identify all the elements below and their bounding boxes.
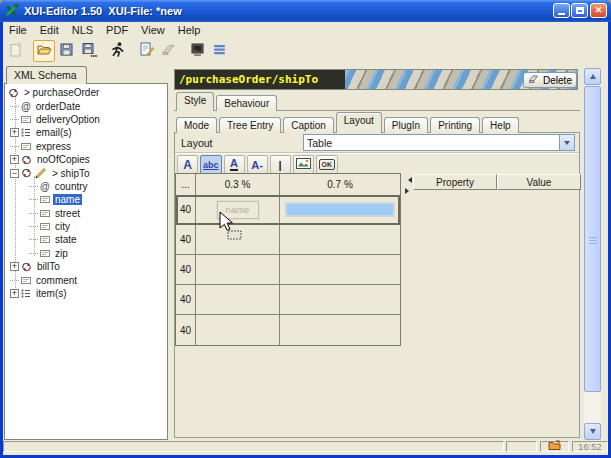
scrollbar-thumb[interactable] (584, 86, 601, 392)
maximize-button[interactable] (571, 3, 588, 18)
tree-item-label: orderDate (34, 101, 82, 112)
tab-style[interactable]: Style (176, 92, 214, 111)
tree-item-country[interactable]: @country (5, 180, 167, 193)
tree-item-deliveryoption[interactable]: deliveryOption (5, 113, 167, 126)
close-button[interactable]: ✕ (590, 3, 607, 18)
scroll-down-button[interactable] (584, 423, 601, 440)
grid-cell[interactable] (280, 195, 400, 225)
grid-corner-button[interactable]: ... (176, 174, 196, 195)
grid-row-header[interactable]: 40 (176, 285, 196, 315)
inner-tabs: ModeTree EntryCaptionLayoutPlugInPrintin… (176, 112, 521, 133)
grid-column-header[interactable]: 0.7 % (280, 174, 400, 195)
menu-file[interactable]: File (4, 23, 35, 38)
complex-type-icon (8, 88, 19, 98)
menu-help[interactable]: Help (173, 23, 209, 38)
menu-pdf[interactable]: PDF (101, 23, 136, 38)
tab-plugin[interactable]: PlugIn (384, 117, 428, 133)
monitor-button[interactable] (186, 40, 208, 62)
tab-help[interactable]: Help (482, 117, 519, 133)
run-button[interactable] (106, 40, 128, 62)
shrink-font-button[interactable]: A- (247, 155, 268, 174)
tree-item-city[interactable]: city (5, 220, 167, 233)
tree-item-label: name (53, 194, 82, 205)
expand-icon[interactable]: + (10, 289, 19, 298)
label-component-button[interactable]: A (177, 155, 198, 174)
tab-layout[interactable]: Layout (336, 112, 382, 133)
open-file-button[interactable] (33, 40, 55, 62)
layout-select[interactable]: Table (303, 134, 575, 151)
minimize-button[interactable] (553, 3, 570, 18)
format-toolbar: AabcAA-|OK (177, 155, 338, 175)
grid-cell[interactable] (280, 285, 400, 315)
grid-cell[interactable] (196, 225, 280, 255)
grid-cell[interactable]: name (196, 195, 280, 225)
image-component-button[interactable] (293, 155, 314, 174)
grid-cell[interactable] (196, 315, 280, 345)
tree-item-email-s[interactable]: +email(s) (5, 126, 167, 139)
tree-item-name[interactable]: name (5, 193, 167, 206)
eraser-button[interactable] (157, 40, 179, 62)
tab-tree-entry[interactable]: Tree Entry (219, 117, 281, 133)
grid-cell[interactable] (196, 255, 280, 285)
tab-printing[interactable]: Printing (430, 117, 480, 133)
grid-cell[interactable] (280, 225, 400, 255)
name-component-placeholder[interactable]: name (217, 201, 259, 219)
grid-row: 40 (176, 255, 400, 285)
tab-caption[interactable]: Caption (283, 117, 333, 133)
textfield-component[interactable] (285, 202, 395, 217)
splitter-collapse-left-button[interactable] (404, 175, 412, 185)
tree-item-item-s[interactable]: +item(s) (5, 287, 167, 300)
new-file-button[interactable] (4, 40, 26, 62)
grid-row-header[interactable]: 40 (176, 225, 196, 255)
grid-row: 40name (176, 195, 400, 225)
tree-item-shipto[interactable]: −> shipTo (5, 166, 167, 179)
tree-item-street[interactable]: street (5, 207, 167, 220)
textfield-component-button[interactable]: abc (200, 155, 222, 174)
tree-item-express[interactable]: express (5, 140, 167, 153)
tree-item-noofcopies[interactable]: +noOfCopies (5, 153, 167, 166)
tab-behaviour[interactable]: Behaviour (216, 95, 277, 111)
title-bar[interactable]: XUI-Editor 1.50 XUI-File: *new ✕ (0, 0, 611, 22)
separator-component-button[interactable]: | (270, 155, 291, 174)
splitter-collapse-right-button[interactable] (404, 186, 412, 196)
tab-mode[interactable]: Mode (176, 117, 217, 133)
list-lines-button[interactable] (208, 40, 230, 62)
menu-edit[interactable]: Edit (35, 23, 67, 38)
button-component-button[interactable]: OK (316, 155, 339, 174)
tree-connector-stub (29, 213, 38, 214)
property-column-header[interactable]: Property (413, 174, 497, 190)
tab-xml-schema[interactable]: XML Schema (6, 66, 87, 84)
grid-column-header[interactable]: 0.3 % (196, 174, 280, 195)
scroll-up-button[interactable] (584, 68, 601, 85)
menu-view[interactable]: View (136, 23, 173, 38)
tree-item-orderdate[interactable]: @orderDate (5, 99, 167, 112)
save-file-button[interactable] (55, 40, 77, 62)
vertical-scrollbar[interactable] (584, 68, 601, 440)
outer-tabs: StyleBehaviour (176, 92, 279, 111)
tree-item-comment[interactable]: comment (5, 273, 167, 286)
delete-button[interactable]: Delete (523, 72, 577, 88)
tree-item-zip[interactable]: zip (5, 247, 167, 260)
expand-icon[interactable]: + (10, 155, 19, 164)
grid-row-header[interactable]: 40 (176, 195, 196, 225)
grid-cell[interactable] (280, 255, 400, 285)
combo-arrow-button[interactable] (559, 135, 574, 150)
list-icon (21, 128, 31, 138)
save-as-file-button[interactable] (77, 40, 99, 62)
expand-icon[interactable]: + (10, 262, 19, 271)
grid-cell[interactable] (280, 315, 400, 345)
tree-item-state[interactable]: state (5, 233, 167, 246)
grid-row-header[interactable]: 40 (176, 255, 196, 285)
grid-row-header[interactable]: 40 (176, 315, 196, 345)
toolbar-separator (175, 152, 579, 154)
tree-item-purchaseorder[interactable]: > purchaseOrder (5, 86, 167, 99)
edit-preview-button[interactable] (135, 40, 157, 62)
underline-component-button[interactable]: A (224, 155, 245, 174)
property-column-header[interactable]: Value (497, 174, 581, 190)
menu-nls[interactable]: NLS (67, 23, 101, 38)
format-glyph: OK (319, 159, 336, 170)
collapse-icon[interactable]: − (10, 169, 19, 178)
grid-cell[interactable] (196, 285, 280, 315)
tree-item-billto[interactable]: +billTo (5, 260, 167, 273)
expand-icon[interactable]: + (10, 128, 19, 137)
